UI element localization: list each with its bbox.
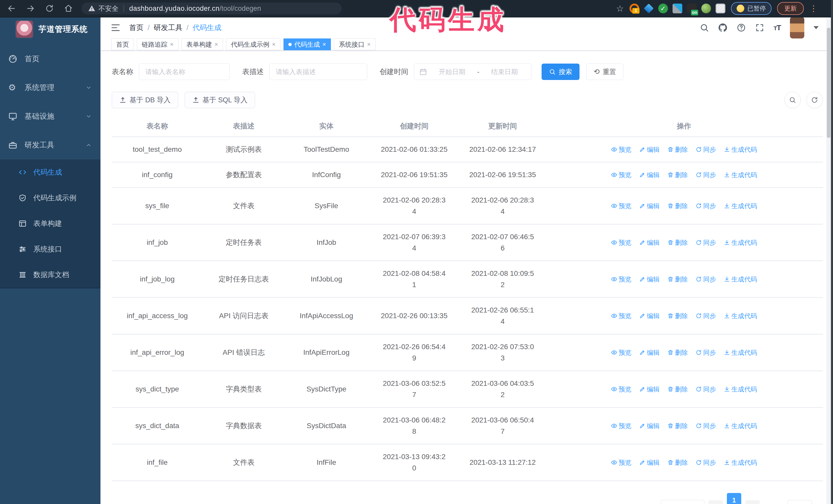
next-page-button[interactable]: › [745, 500, 760, 504]
delete-link[interactable]: 删除 [667, 457, 688, 468]
reload-icon[interactable] [45, 4, 54, 13]
delete-link[interactable]: 删除 [667, 384, 688, 395]
delete-link[interactable]: 删除 [667, 347, 688, 358]
app-logo[interactable]: 芋道管理系统 [0, 17, 100, 42]
generate-link[interactable]: 生成代码 [724, 144, 757, 155]
sync-link[interactable]: 同步 [696, 200, 716, 212]
scrollbar-thumb[interactable] [827, 28, 830, 138]
page-button-1[interactable]: 1 [727, 493, 741, 504]
avatar-caret-icon[interactable] [813, 26, 819, 29]
sync-link[interactable]: 同步 [696, 273, 716, 285]
tab-system-api[interactable]: 系统接口× [334, 39, 376, 50]
sync-link[interactable]: 同步 [696, 384, 716, 395]
update-button[interactable]: 更新 [777, 2, 804, 15]
page-size-select[interactable]: 10条/页 [661, 500, 704, 504]
address-bar[interactable]: 不安全 dashboard.yudao.iocoder.cn /tool/cod… [81, 3, 342, 14]
tab-close-icon[interactable]: × [367, 41, 371, 47]
home-icon[interactable] [64, 4, 73, 13]
url-host[interactable]: dashboard.yudao.iocoder.cn [129, 5, 219, 13]
tab-close-icon[interactable]: × [170, 41, 173, 47]
sync-link[interactable]: 同步 [696, 169, 716, 181]
generate-link[interactable]: 生成代码 [724, 310, 757, 321]
edit-link[interactable]: 编辑 [639, 273, 660, 285]
generate-link[interactable]: 生成代码 [724, 237, 757, 248]
preview-link[interactable]: 预览 [611, 273, 632, 285]
sidebar-item-home[interactable]: 首页 [0, 45, 100, 73]
generate-link[interactable]: 生成代码 [724, 347, 757, 358]
edit-link[interactable]: 编辑 [639, 169, 660, 181]
edit-link[interactable]: 编辑 [639, 457, 660, 468]
edit-link[interactable]: 编辑 [639, 384, 660, 395]
preview-link[interactable]: 预览 [611, 310, 632, 321]
sidebar-subitem-form-builder[interactable]: 表单构建 [0, 211, 100, 236]
tab-form-builder[interactable]: 表单构建× [182, 39, 223, 50]
show-search-button[interactable] [784, 92, 801, 108]
tab-home[interactable]: 首页 [111, 39, 134, 50]
user-avatar[interactable] [790, 17, 804, 39]
back-icon[interactable] [7, 4, 16, 13]
generate-link[interactable]: 生成代码 [724, 384, 757, 395]
preview-link[interactable]: 预览 [611, 420, 632, 431]
paused-badge[interactable]: 已暂停 [731, 2, 771, 15]
sidebar-subitem-codegen-demo[interactable]: 代码生成示例 [0, 185, 100, 211]
preview-link[interactable]: 预览 [611, 237, 632, 248]
generate-link[interactable]: 生成代码 [724, 420, 757, 431]
delete-link[interactable]: 删除 [667, 310, 688, 321]
edit-link[interactable]: 编辑 [639, 237, 660, 248]
delete-link[interactable]: 删除 [667, 237, 688, 248]
browser-scrollbar[interactable] [826, 18, 831, 504]
tab-close-icon[interactable]: × [272, 41, 276, 47]
fullscreen-icon[interactable] [755, 23, 764, 32]
preview-link[interactable]: 预览 [611, 384, 632, 395]
sync-link[interactable]: 同步 [696, 347, 716, 358]
sidebar-item-infra[interactable]: 基础设施 [0, 102, 100, 131]
prev-page-button[interactable]: ‹ [709, 500, 723, 504]
tab-tracing[interactable]: 链路追踪× [137, 39, 178, 50]
delete-link[interactable]: 删除 [667, 273, 688, 285]
android-extension-icon[interactable] [701, 4, 711, 13]
sync-link[interactable]: 同步 [696, 420, 716, 431]
grid-extension-icon[interactable] [672, 4, 682, 13]
bookmark-star-icon[interactable]: ☆ [616, 4, 624, 13]
colorzilla-extension-icon[interactable]: 1 [629, 4, 639, 13]
forward-icon[interactable] [26, 4, 35, 13]
sidebar-subitem-codegen[interactable]: 代码生成 [0, 160, 100, 185]
generate-link[interactable]: 生成代码 [724, 169, 757, 181]
delete-link[interactable]: 删除 [667, 200, 688, 212]
help-icon[interactable] [737, 23, 746, 32]
switch-on-extension-icon[interactable]: on [687, 4, 697, 13]
preview-link[interactable]: 预览 [611, 169, 632, 181]
delete-link[interactable]: 删除 [667, 420, 688, 431]
goto-page-input[interactable] [787, 500, 812, 504]
tab-close-icon[interactable]: × [215, 41, 218, 47]
delete-link[interactable]: 删除 [667, 169, 688, 181]
breadcrumb-item-home[interactable]: 首页 [129, 23, 144, 32]
font-size-icon[interactable]: TT [774, 23, 781, 32]
sync-link[interactable]: 同步 [696, 457, 716, 468]
tab-codegen[interactable]: 代码生成× [284, 39, 331, 50]
generate-link[interactable]: 生成代码 [724, 273, 757, 285]
sidebar-subitem-system-api[interactable]: 系统接口 [0, 236, 100, 262]
preview-link[interactable]: 预览 [611, 144, 632, 155]
sync-link[interactable]: 同步 [696, 237, 716, 248]
edit-link[interactable]: 编辑 [639, 200, 660, 212]
table-name-input[interactable] [139, 64, 230, 80]
preview-link[interactable]: 预览 [611, 347, 632, 358]
url-path[interactable]: /tool/codegen [219, 5, 261, 13]
sql-import-button[interactable]: 基于 SQL 导入 [185, 92, 255, 108]
sidebar-item-system[interactable]: ⚙系统管理 [0, 73, 100, 102]
sidebar-subitem-db-doc[interactable]: 数据库文档 [0, 262, 100, 288]
github-icon[interactable] [718, 23, 728, 32]
diamond-extension-icon[interactable] [644, 4, 654, 14]
edit-link[interactable]: 编辑 [639, 347, 660, 358]
start-date-placeholder[interactable]: 开始日期 [431, 67, 474, 76]
puzzle-extension-icon[interactable] [716, 4, 725, 13]
breadcrumb-item-devtools[interactable]: 研发工具 [154, 23, 183, 32]
table-desc-input[interactable] [269, 64, 367, 80]
sidebar-item-devtools[interactable]: 研发工具 [0, 131, 100, 160]
sync-link[interactable]: 同步 [696, 310, 716, 321]
search-icon[interactable] [700, 23, 709, 32]
sync-link[interactable]: 同步 [696, 144, 716, 155]
db-import-button[interactable]: 基于 DB 导入 [112, 92, 178, 108]
end-date-placeholder[interactable]: 结束日期 [483, 67, 526, 76]
